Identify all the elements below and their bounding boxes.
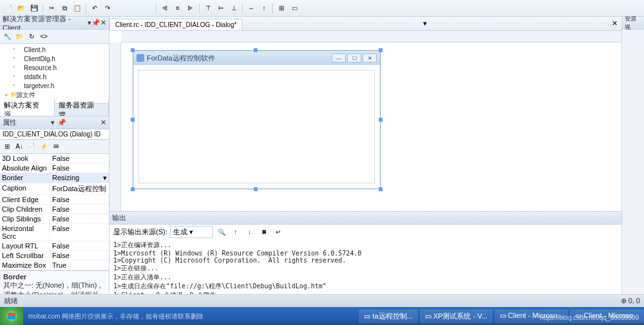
- pin-icon[interactable]: 📌: [91, 19, 100, 27]
- output-src-label: 显示输出来源(S):: [113, 227, 167, 237]
- clear-icon[interactable]: ✖: [258, 227, 270, 238]
- tool-new[interactable]: 📄: [3, 3, 14, 14]
- tool-open[interactable]: 📂: [15, 3, 27, 14]
- windows-taskbar: mobar.com 网络图片仅供展示，非存储，如有侵权请联系删除 ▭ ta远程控…: [0, 307, 644, 325]
- document-tabs: Client.rc - IDD_CLIENT_DIALOG - Dialog* …: [109, 17, 621, 31]
- resize-handle[interactable]: [131, 187, 135, 191]
- status-bar: 就绪 ⊕ 0, 0: [0, 294, 644, 307]
- property-object[interactable]: IDD_CLIENT_DIALOG (Dialog) ID: [0, 129, 109, 140]
- property-row[interactable]: BorderResizing ▾: [0, 173, 109, 183]
- minimize-icon[interactable]: —: [332, 53, 346, 62]
- tree-item[interactable]: ▫stdafx.h: [0, 72, 109, 81]
- taskbar-item[interactable]: ▭ ta远程控制...: [359, 310, 417, 323]
- start-button[interactable]: [0, 307, 23, 325]
- tool-copy[interactable]: ⧉: [59, 3, 70, 14]
- dialog-frame[interactable]: ForData远程控制软件 — ☐ ✕: [133, 50, 381, 189]
- resize-handle[interactable]: [254, 187, 258, 191]
- dialog-client-area[interactable]: [138, 70, 375, 183]
- messages-icon[interactable]: ✉: [50, 141, 62, 153]
- resize-handle[interactable]: [131, 48, 135, 52]
- property-row[interactable]: Clip ChildrenFalse: [0, 205, 109, 214]
- wrap-icon[interactable]: ↵: [272, 227, 284, 238]
- property-row[interactable]: 3D LookFalse: [0, 154, 109, 163]
- align-bot-icon[interactable]: ⊥: [228, 3, 240, 14]
- doc-close-icon[interactable]: ✕: [608, 19, 621, 28]
- property-row[interactable]: Maximize BoxTrue: [0, 261, 109, 270]
- grid-icon[interactable]: ⊞: [276, 3, 287, 14]
- tree-item[interactable]: ▫Resource.h: [0, 63, 109, 72]
- align-mid-icon[interactable]: ⊢: [215, 3, 227, 14]
- tree-item[interactable]: ▫ClientDlg.h: [0, 54, 109, 63]
- align-left-icon[interactable]: ⫷: [159, 3, 171, 14]
- maximize-icon[interactable]: ☐: [347, 53, 361, 62]
- tool-undo[interactable]: ↶: [89, 3, 100, 14]
- app-icon: [137, 54, 144, 62]
- resize-handle[interactable]: [379, 48, 383, 52]
- properties-toolbar: ⊞ A↓ 📄 ⚡ ✉: [0, 140, 109, 154]
- solution-toolbar: 🔧 📁 ↻ <>: [0, 30, 109, 44]
- dialog-designer[interactable]: ForData远程控制软件 — ☐ ✕: [109, 31, 621, 211]
- tool-redo[interactable]: ↷: [102, 3, 113, 14]
- property-row[interactable]: Layout RTLFalse: [0, 241, 109, 251]
- property-row[interactable]: Client EdgeFalse: [0, 195, 109, 205]
- solution-tree: ▫Client.h▫ClientDlg.h▫Resource.h▫stdafx.…: [0, 44, 109, 103]
- categorized-icon[interactable]: ⊞: [1, 141, 13, 153]
- close-icon[interactable]: ✕: [100, 118, 106, 127]
- pin-icon[interactable]: ▾ 📌: [51, 118, 66, 127]
- properties-title: 属性: [3, 118, 17, 127]
- properties-icon[interactable]: 🔧: [1, 31, 13, 42]
- tool-cut[interactable]: ✂: [46, 3, 57, 14]
- close-icon[interactable]: ✕: [363, 53, 377, 62]
- align-top-icon[interactable]: ⊤: [202, 3, 214, 14]
- properties-header: 属性 ▾ 📌 ✕: [0, 116, 109, 129]
- alphabetical-icon[interactable]: A↓: [14, 141, 25, 153]
- solution-explorer-header: 解决方案资源管理器 - Client ▾ 📌 ✕: [0, 17, 109, 30]
- dialog-caption: ForData远程控制软件: [147, 53, 215, 63]
- watermark-left: mobar.com 网络图片仅供展示，非存储，如有侵权请联系删除: [28, 312, 204, 321]
- prop-pages-icon[interactable]: 📄: [26, 141, 37, 153]
- output-title: 输出: [112, 213, 126, 223]
- same-height-icon[interactable]: ↕: [258, 3, 270, 14]
- status-text: 就绪: [4, 296, 18, 306]
- taskbar-item[interactable]: ▭ XP测试系统 - V...: [420, 310, 493, 323]
- ruler-horizontal: [121, 31, 621, 42]
- output-src-select[interactable]: 生成 ▾: [170, 226, 213, 238]
- property-row[interactable]: Left ScrollbarFalse: [0, 251, 109, 261]
- doc-dropdown-icon[interactable]: ▾: [419, 19, 431, 28]
- goto-prev-icon[interactable]: ↑: [230, 227, 242, 238]
- refresh-icon[interactable]: ↻: [26, 31, 37, 42]
- goto-next-icon[interactable]: ↓: [244, 227, 256, 238]
- test-dialog-icon[interactable]: ▭: [289, 3, 300, 14]
- tool-save[interactable]: 💾: [28, 3, 40, 14]
- align-center-icon[interactable]: ≡: [172, 3, 184, 14]
- close-icon[interactable]: ✕: [100, 19, 106, 27]
- tool-paste[interactable]: 📋: [71, 3, 83, 14]
- find-icon[interactable]: 🔍: [216, 227, 227, 238]
- resize-handle[interactable]: [379, 118, 383, 122]
- property-row[interactable]: Clip SiblingsFalse: [0, 214, 109, 224]
- dialog-titlebar: ForData远程控制软件 — ☐ ✕: [133, 51, 380, 65]
- property-grid: 3D LookFalseAbsolute AlignFalseBorderRes…: [0, 154, 109, 270]
- align-right-icon[interactable]: ⫸: [185, 3, 196, 14]
- output-source-bar: 显示输出来源(S): 生成 ▾ 🔍 ↑ ↓ ✖ ↵: [109, 225, 621, 239]
- doc-tab-active[interactable]: Client.rc - IDD_CLIENT_DIALOG - Dialog*: [109, 19, 242, 30]
- property-row[interactable]: Absolute AlignFalse: [0, 163, 109, 173]
- show-all-icon[interactable]: 📁: [14, 31, 25, 42]
- right-sidebar: 资源视: [621, 17, 644, 308]
- view-code-icon[interactable]: <>: [38, 31, 50, 42]
- same-width-icon[interactable]: ↔: [245, 3, 257, 14]
- solution-tabs: 解决方案资源... 服务器资源管...: [0, 103, 109, 116]
- output-text[interactable]: 1>正在编译资源... 1>Microsoft (R) Windows (R) …: [109, 239, 621, 295]
- resize-handle[interactable]: [379, 187, 383, 191]
- watermark-right: https://blog.csdn.net/qq_38608000: [540, 314, 639, 321]
- resize-handle[interactable]: [254, 48, 258, 52]
- tree-item[interactable]: ▫targetver.h: [0, 81, 109, 90]
- resize-handle[interactable]: [131, 118, 135, 122]
- output-header: 输出: [109, 212, 621, 225]
- tree-item[interactable]: ▫Client.h: [0, 45, 109, 54]
- status-coords: ⊕ 0, 0: [621, 297, 640, 305]
- resource-view-tab[interactable]: 资源视: [622, 17, 644, 30]
- events-icon[interactable]: ⚡: [38, 141, 50, 153]
- property-row[interactable]: Horizontal ScrcFalse: [0, 224, 109, 241]
- property-row[interactable]: CaptionForData远程控制: [0, 183, 109, 195]
